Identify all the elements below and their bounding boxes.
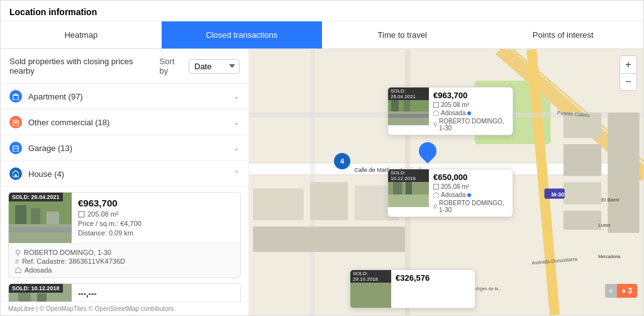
property-card-1: SOLD: 26.04.2021 bbox=[8, 192, 241, 278]
marker-count-value: 4 bbox=[340, 157, 344, 165]
tab-heatmap[interactable]: Heatmap bbox=[1, 21, 162, 48]
svg-rect-65 bbox=[406, 182, 412, 195]
house-chevron: ⌃ bbox=[233, 169, 240, 178]
map-popup-3: SOLD: 29.10.2018 €326,576 bbox=[350, 269, 475, 308]
map-popup-2: SOLD: 10.12.2018 €650,000 205.08 m² Ados… bbox=[387, 169, 513, 217]
svg-rect-56 bbox=[404, 99, 410, 111]
popup-info-3: €326,576 bbox=[391, 270, 475, 308]
footer-address-1: ROBERTO DOMINGO, 1-30 bbox=[15, 249, 234, 256]
property-price-2: ---,--- bbox=[78, 289, 234, 298]
sold-badge-2: SOLD: 10.12.2018 bbox=[9, 284, 63, 293]
svg-rect-21 bbox=[37, 293, 47, 302]
svg-rect-54 bbox=[388, 111, 429, 125]
house-label: House (4) bbox=[28, 169, 233, 179]
sold-properties-label: Sold properties with closing prices near… bbox=[9, 57, 160, 76]
sort-select[interactable]: Date Price Distance bbox=[189, 59, 240, 74]
area-detail-1: 205.08 m² bbox=[78, 210, 234, 218]
popup-area-1: 205.08 m² bbox=[433, 101, 508, 108]
commercial-icon bbox=[9, 116, 22, 128]
svg-rect-63 bbox=[388, 195, 429, 207]
corner-count: ♦ 3 bbox=[617, 284, 637, 298]
svg-rect-57 bbox=[388, 114, 429, 118]
popup-price-3: €326,576 bbox=[396, 273, 470, 283]
price-sqm-1: Price / sq.m.: €4,700 bbox=[78, 220, 142, 227]
corner-badge[interactable]: « ♦ 3 bbox=[605, 284, 637, 298]
svg-point-60 bbox=[434, 123, 436, 125]
svg-marker-17 bbox=[15, 268, 21, 273]
svg-rect-66 bbox=[434, 184, 439, 189]
sold-badge-1: SOLD: 26.04.2021 bbox=[9, 193, 63, 201]
svg-rect-3 bbox=[14, 121, 17, 123]
category-row-house[interactable]: House (4) ⌃ bbox=[1, 161, 248, 187]
map-marker-count[interactable]: 4 bbox=[334, 153, 350, 169]
zoom-out-button[interactable]: − bbox=[619, 73, 637, 91]
popup-dot-2 bbox=[467, 193, 471, 197]
popup-1-inner: SOLD: 26.04.2021 €963,700 205.08 m² Ados… bbox=[388, 87, 513, 135]
garage-chevron: ⌄ bbox=[233, 144, 240, 152]
popup-area-2: 205.08 m² bbox=[433, 183, 508, 190]
popup-price-1: €963,700 bbox=[433, 91, 508, 100]
svg-marker-1 bbox=[13, 93, 19, 96]
tab-points-of-interest[interactable]: Points of interest bbox=[483, 21, 644, 48]
property-thumb-2: SOLD: 10.12.2018 bbox=[9, 284, 72, 302]
priceSqm-detail-1: Price / sq.m.: €4,700 bbox=[78, 220, 234, 227]
distance-detail-1: Distance: 0.09 km bbox=[78, 229, 234, 237]
category-row-commercial[interactable]: Other commercial (18) ⌄ bbox=[1, 110, 248, 135]
popup-type-1: Adosada bbox=[433, 110, 508, 116]
tab-time-to-travel[interactable]: Time to travel bbox=[322, 21, 483, 48]
svg-text:Luiso: Luiso bbox=[598, 222, 611, 228]
map-area[interactable]: Calle de Martínez Izquierdo Puente Caler… bbox=[249, 49, 643, 315]
type-1: Adosada bbox=[25, 266, 52, 274]
ref-1: Ref. Cadastre: 3863611VK4736D bbox=[22, 257, 125, 265]
app-container: Location information Heatmap Closed tran… bbox=[0, 0, 644, 316]
garage-icon bbox=[9, 142, 22, 154]
footer-type-1: Adosada bbox=[15, 266, 234, 274]
popup-thumb-3: SOLD: 29.10.2018 bbox=[350, 270, 391, 308]
popup-3-inner: SOLD: 29.10.2018 €326,576 bbox=[350, 270, 475, 308]
property-info-1: €963,700 205.08 m² Price / sq.m.: €4,700… bbox=[72, 193, 240, 243]
card-2-inner: SOLD: 10.12.2018 ---,--- bbox=[9, 284, 240, 302]
svg-rect-58 bbox=[434, 103, 439, 108]
svg-point-68 bbox=[434, 205, 436, 207]
svg-rect-41 bbox=[564, 183, 601, 205]
popup-type-2: Adosada bbox=[433, 191, 508, 198]
popup-2-inner: SOLD: 10.12.2018 €650,000 205.08 m² Ados… bbox=[388, 169, 513, 217]
svg-rect-40 bbox=[564, 144, 601, 176]
header: Location information bbox=[1, 1, 643, 21]
svg-rect-38 bbox=[253, 227, 405, 252]
sort-label: Sort by bbox=[160, 57, 185, 76]
category-row-apartment[interactable]: Apartment (97) ⌄ bbox=[1, 84, 248, 110]
tab-closed-transactions[interactable]: Closed transactions bbox=[162, 21, 323, 48]
corner-arrow[interactable]: « bbox=[605, 284, 617, 298]
map-controls: + − bbox=[619, 55, 637, 91]
area-value-1: 205.08 m² bbox=[87, 210, 119, 218]
panel-header: Sold properties with closing prices near… bbox=[1, 49, 248, 84]
category-row-garage[interactable]: Garage (13) ⌄ bbox=[1, 135, 248, 161]
footer-ref-1: # Ref. Cadastre: 3863611VK4736D bbox=[15, 257, 234, 265]
card-1-inner: SOLD: 26.04.2021 bbox=[9, 193, 240, 243]
map-attribution: MapLibre | © OpenMapTiles © OpenStreetMa… bbox=[8, 305, 174, 312]
map-footer-left: MapLibre | © OpenMapTiles © OpenStreetMa… bbox=[1, 302, 248, 315]
svg-point-15 bbox=[16, 250, 20, 254]
popup-sold-1: SOLD: 26.04.2021 bbox=[388, 87, 429, 100]
popup-price-2: €650,000 bbox=[433, 172, 508, 182]
svg-rect-0 bbox=[13, 95, 18, 100]
svg-rect-35 bbox=[253, 189, 304, 220]
property-footer-1: ROBERTO DOMINGO, 1-30 # Ref. Cadastre: 3… bbox=[9, 243, 240, 278]
svg-rect-9 bbox=[9, 224, 72, 243]
zoom-in-button[interactable]: + bbox=[619, 55, 637, 73]
page-title: Location information bbox=[9, 7, 97, 17]
svg-rect-12 bbox=[47, 212, 59, 224]
property-price-1: €963,700 bbox=[78, 198, 234, 208]
svg-text:El Barril: El Barril bbox=[601, 197, 619, 203]
property-card-2: SOLD: 10.12.2018 ---,--- bbox=[8, 283, 241, 302]
svg-rect-43 bbox=[608, 113, 639, 233]
map-popup-1: SOLD: 26.04.2021 €963,700 205.08 m² Ados… bbox=[387, 87, 513, 135]
property-thumb-1: SOLD: 26.04.2021 bbox=[9, 193, 72, 243]
svg-rect-11 bbox=[31, 208, 40, 224]
svg-text:Mercadona: Mercadona bbox=[598, 254, 620, 259]
tabs-bar: Heatmap Closed transactions Time to trav… bbox=[1, 21, 643, 49]
property-info-2: ---,--- bbox=[72, 284, 240, 302]
svg-rect-14 bbox=[79, 212, 84, 217]
sort-control: Sort by Date Price Distance bbox=[160, 57, 240, 76]
